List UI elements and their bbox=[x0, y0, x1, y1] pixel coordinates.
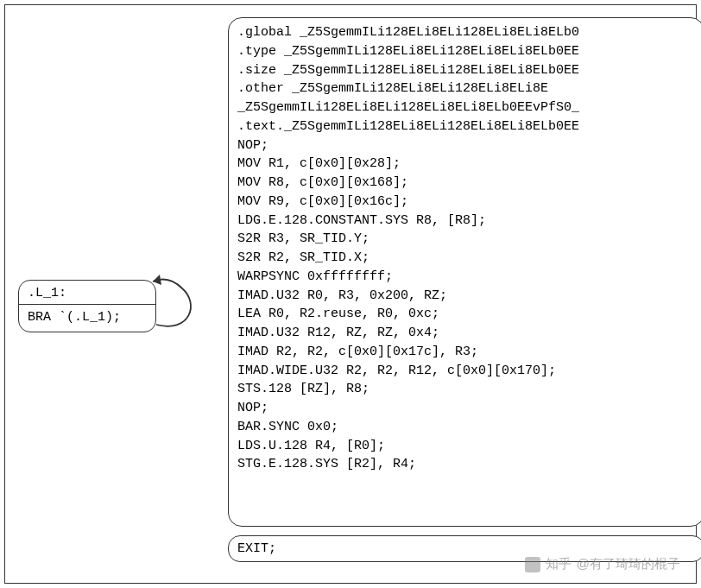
diagram-frame: .L_1: BRA `(.L_1); .global _Z5SgemmILi12… bbox=[4, 4, 697, 584]
asm-line: MOV R8, c[0x0][0x168]; bbox=[237, 174, 697, 193]
asm-line: LEA R0, R2.reuse, R0, 0xc; bbox=[237, 305, 697, 324]
asm-line: LDS.U.128 R4, [R0]; bbox=[237, 437, 697, 456]
watermark: 知乎 @有了琦琦的棍子 bbox=[525, 556, 680, 572]
asm-line: .text._Z5SgemmILi128ELi8ELi128ELi8ELi8EL… bbox=[237, 117, 697, 136]
asm-line: IMAD.WIDE.U32 R2, R2, R12, c[0x0][0x170]… bbox=[237, 362, 697, 381]
asm-line: BAR.SYNC 0x0; bbox=[237, 418, 697, 437]
asm-line: .global _Z5SgemmILi128ELi8ELi128ELi8ELi8… bbox=[237, 23, 697, 42]
asm-line: IMAD R2, R2, c[0x0][0x17c], R3; bbox=[237, 343, 697, 362]
zhihu-logo-icon bbox=[525, 557, 540, 572]
asm-line: MOV R9, c[0x0][0x16c]; bbox=[237, 193, 697, 212]
cfg-node-label: .L_1: bbox=[19, 281, 155, 305]
watermark-text: @有了琦琦的棍子 bbox=[577, 556, 680, 572]
cfg-node-loop: .L_1: BRA `(.L_1); bbox=[18, 280, 156, 332]
asm-line: WARPSYNC 0xffffffff; bbox=[237, 268, 697, 287]
cfg-node-instr: BRA `(.L_1); bbox=[19, 305, 155, 332]
cfg-node-main: .global _Z5SgemmILi128ELi8ELi128ELi8ELi8… bbox=[228, 17, 701, 527]
asm-line: .other _Z5SgemmILi128ELi8ELi128ELi8ELi8E bbox=[237, 79, 697, 98]
asm-line: MOV R1, c[0x0][0x28]; bbox=[237, 155, 697, 174]
asm-line: IMAD.U32 R0, R3, 0x200, RZ; bbox=[237, 287, 697, 306]
asm-line: .size _Z5SgemmILi128ELi8ELi128ELi8ELi8EL… bbox=[237, 61, 697, 80]
asm-line: STS.128 [RZ], R8; bbox=[237, 380, 697, 399]
watermark-prefix: 知乎 bbox=[546, 556, 572, 572]
asm-line: IMAD.U32 R12, RZ, RZ, 0x4; bbox=[237, 324, 697, 343]
exit-text: EXIT; bbox=[237, 541, 276, 556]
asm-line: S2R R2, SR_TID.X; bbox=[237, 249, 697, 268]
asm-line: NOP; bbox=[237, 136, 697, 155]
asm-line: LDG.E.128.CONSTANT.SYS R8, [R8]; bbox=[237, 212, 697, 231]
asm-line: S2R R3, SR_TID.Y; bbox=[237, 230, 697, 249]
asm-line: NOP; bbox=[237, 399, 697, 418]
asm-line: _Z5SgemmILi128ELi8ELi128ELi8ELi8ELb0EEvP… bbox=[237, 98, 697, 117]
asm-line: .type _Z5SgemmILi128ELi8ELi128ELi8ELi8EL… bbox=[237, 42, 697, 61]
asm-line: STG.E.128.SYS [R2], R4; bbox=[237, 455, 697, 474]
self-loop-edge bbox=[148, 264, 208, 342]
